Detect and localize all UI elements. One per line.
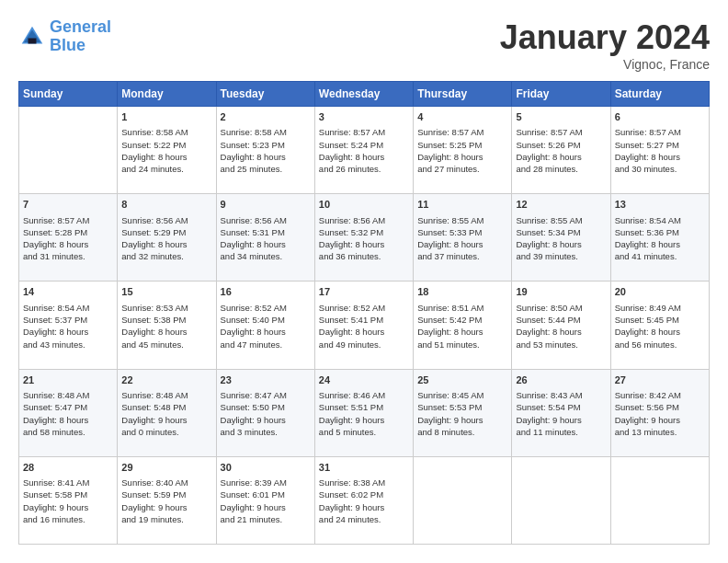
day-cell: 1Sunrise: 8:58 AMSunset: 5:22 PMDaylight… — [118, 107, 216, 194]
day-number: 9 — [221, 198, 311, 212]
day-cell: 20Sunrise: 8:49 AMSunset: 5:45 PMDayligh… — [610, 282, 709, 369]
day-info: and 49 minutes. — [319, 339, 409, 350]
day-info: Daylight: 8 hours — [417, 238, 507, 250]
day-info: Sunrise: 8:58 AM — [221, 126, 311, 138]
logo-text: General Blue — [50, 18, 111, 55]
day-info: Daylight: 8 hours — [121, 238, 211, 250]
day-info: Sunrise: 8:39 AM — [221, 477, 311, 488]
day-info: Sunset: 5:58 PM — [23, 488, 113, 500]
day-cell: 25Sunrise: 8:45 AMSunset: 5:53 PMDayligh… — [414, 369, 512, 456]
day-info: Daylight: 9 hours — [221, 501, 311, 513]
day-info: Sunrise: 8:41 AM — [23, 477, 113, 488]
day-info: Daylight: 9 hours — [319, 501, 409, 513]
day-info: Sunrise: 8:54 AM — [615, 214, 705, 226]
day-info: Sunset: 5:41 PM — [319, 314, 409, 326]
day-cell: 8Sunrise: 8:56 AMSunset: 5:29 PMDaylight… — [118, 194, 216, 282]
day-info: Daylight: 8 hours — [615, 238, 705, 250]
day-info: Daylight: 8 hours — [417, 326, 507, 338]
day-number: 23 — [221, 373, 311, 387]
day-info: Sunset: 5:26 PM — [516, 139, 606, 151]
day-info: Sunset: 5:54 PM — [516, 401, 606, 413]
day-info: Sunset: 5:56 PM — [615, 401, 705, 413]
day-info: Sunset: 5:24 PM — [319, 139, 409, 151]
day-info: Sunrise: 8:51 AM — [417, 302, 507, 314]
logo-general: General — [50, 17, 111, 36]
day-info: Sunset: 5:28 PM — [23, 226, 113, 238]
day-cell: 24Sunrise: 8:46 AMSunset: 5:51 PMDayligh… — [314, 369, 413, 456]
day-info: Sunrise: 8:45 AM — [417, 389, 507, 401]
day-cell: 31Sunrise: 8:38 AMSunset: 6:02 PMDayligh… — [314, 456, 413, 544]
day-info: Sunset: 5:22 PM — [121, 139, 211, 151]
day-number: 22 — [121, 373, 211, 387]
day-number: 4 — [417, 110, 507, 124]
day-cell: 10Sunrise: 8:56 AMSunset: 5:32 PMDayligh… — [314, 194, 413, 282]
day-cell: 27Sunrise: 8:42 AMSunset: 5:56 PMDayligh… — [610, 369, 709, 456]
day-cell: 14Sunrise: 8:54 AMSunset: 5:37 PMDayligh… — [19, 282, 118, 369]
day-cell: 2Sunrise: 8:58 AMSunset: 5:23 PMDaylight… — [216, 107, 314, 194]
day-info: Sunset: 5:23 PM — [221, 139, 311, 151]
day-cell: 12Sunrise: 8:55 AMSunset: 5:34 PMDayligh… — [512, 194, 610, 282]
day-info: Sunrise: 8:38 AM — [319, 477, 409, 488]
day-number: 17 — [319, 285, 409, 299]
day-info: and 26 minutes. — [319, 163, 409, 175]
logo: General Blue — [18, 18, 111, 55]
day-info: Daylight: 9 hours — [615, 414, 705, 426]
day-info: Sunset: 5:32 PM — [319, 226, 409, 238]
day-info: Daylight: 8 hours — [319, 326, 409, 338]
day-info: Daylight: 9 hours — [121, 414, 211, 426]
day-header-monday: Monday — [118, 82, 216, 107]
day-info: and 31 minutes. — [23, 250, 113, 262]
week-row-4: 21Sunrise: 8:48 AMSunset: 5:47 PMDayligh… — [19, 369, 710, 456]
day-info: Sunrise: 8:53 AM — [121, 302, 211, 314]
day-info: Daylight: 8 hours — [516, 238, 606, 250]
day-cell — [19, 107, 118, 194]
day-cell: 21Sunrise: 8:48 AMSunset: 5:47 PMDayligh… — [19, 369, 118, 456]
day-info: Sunrise: 8:57 AM — [319, 126, 409, 138]
day-cell: 4Sunrise: 8:57 AMSunset: 5:25 PMDaylight… — [414, 107, 512, 194]
day-info: and 27 minutes. — [417, 163, 507, 175]
day-info: Sunrise: 8:57 AM — [615, 126, 705, 138]
day-info: Sunrise: 8:47 AM — [221, 389, 311, 401]
day-cell: 5Sunrise: 8:57 AMSunset: 5:26 PMDaylight… — [512, 107, 610, 194]
day-cell — [512, 456, 610, 544]
day-cell — [414, 456, 512, 544]
day-info: and 3 minutes. — [221, 426, 311, 438]
day-info: Sunset: 5:51 PM — [319, 401, 409, 413]
day-header-saturday: Saturday — [610, 82, 709, 107]
day-number: 8 — [121, 198, 211, 212]
day-header-thursday: Thursday — [414, 82, 512, 107]
day-number: 6 — [615, 110, 705, 124]
day-info: and 41 minutes. — [615, 250, 705, 262]
day-number: 12 — [516, 198, 606, 212]
week-row-1: 1Sunrise: 8:58 AMSunset: 5:22 PMDaylight… — [19, 107, 710, 194]
day-info: Daylight: 8 hours — [121, 151, 211, 163]
day-info: Sunset: 5:47 PM — [23, 401, 113, 413]
day-info: Daylight: 9 hours — [23, 501, 113, 513]
day-info: Daylight: 8 hours — [221, 151, 311, 163]
day-cell — [610, 456, 709, 544]
week-row-2: 7Sunrise: 8:57 AMSunset: 5:28 PMDaylight… — [19, 194, 710, 282]
day-info: Sunset: 5:29 PM — [121, 226, 211, 238]
title-block: January 2024 Vignoc, France — [500, 18, 710, 72]
day-number: 7 — [23, 198, 113, 212]
day-info: Sunset: 5:42 PM — [417, 314, 507, 326]
day-info: Sunrise: 8:50 AM — [516, 302, 606, 314]
day-cell: 19Sunrise: 8:50 AMSunset: 5:44 PMDayligh… — [512, 282, 610, 369]
day-info: Sunset: 5:25 PM — [417, 139, 507, 151]
day-info: and 24 minutes. — [319, 513, 409, 525]
day-info: Sunrise: 8:42 AM — [615, 389, 705, 401]
day-info: and 34 minutes. — [221, 250, 311, 262]
calendar: SundayMondayTuesdayWednesdayThursdayFrid… — [18, 81, 710, 545]
day-info: Sunrise: 8:55 AM — [516, 214, 606, 226]
day-cell: 28Sunrise: 8:41 AMSunset: 5:58 PMDayligh… — [19, 456, 118, 544]
day-info: and 51 minutes. — [417, 339, 507, 350]
day-number: 18 — [417, 285, 507, 299]
day-info: Sunset: 5:27 PM — [615, 139, 705, 151]
day-info: and 53 minutes. — [516, 339, 606, 350]
day-info: and 21 minutes. — [221, 513, 311, 525]
day-info: Daylight: 8 hours — [23, 326, 113, 338]
day-info: Sunrise: 8:48 AM — [121, 389, 211, 401]
day-info: Sunrise: 8:58 AM — [121, 126, 211, 138]
day-header-sunday: Sunday — [19, 82, 118, 107]
calendar-body: 1Sunrise: 8:58 AMSunset: 5:22 PMDaylight… — [19, 107, 710, 545]
